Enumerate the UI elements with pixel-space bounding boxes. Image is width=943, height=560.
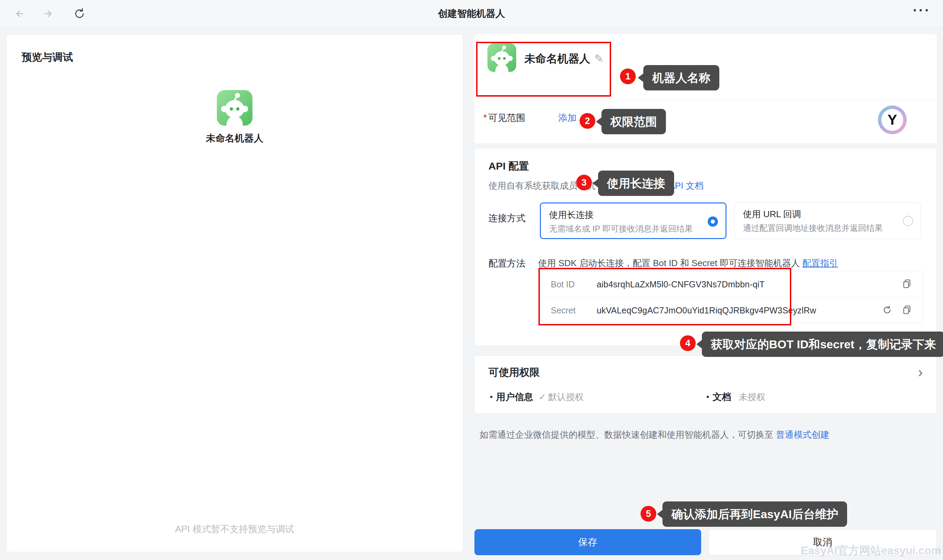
secret-value: ukVALeqC9gAC7JmO0uYid1RiqQJRBkgv4PW3Seyz… — [597, 306, 816, 315]
config-guide-link[interactable]: 配置指引 — [802, 258, 838, 268]
credentials-box: Bot ID aib4srqhLaZxM5l0-CNFGV3Ns7Dmbbn-q… — [541, 271, 923, 323]
bot-id-row: Bot ID aib4srqhLaZxM5l0-CNFGV3Ns7Dmbbn-q… — [541, 271, 923, 297]
brand-logo: Y — [878, 106, 907, 134]
icon-separator — [900, 306, 900, 315]
permission-item-document: • 文档 未授权 — [706, 391, 765, 403]
bullet-icon: • — [490, 392, 492, 402]
config-method-label: 配置方法 — [488, 257, 525, 269]
copy-icon[interactable] — [902, 305, 913, 316]
regenerate-secret-icon[interactable] — [882, 305, 893, 316]
visibility-add-link[interactable]: 添加 — [558, 112, 577, 124]
bot-id-value: aib4srqhLaZxM5l0-CNFGV3Ns7Dmbbn-qiT — [597, 280, 765, 289]
bot-avatar-icon — [217, 90, 252, 126]
switch-mode-link[interactable]: 普通模式创建 — [776, 429, 829, 440]
api-config-card: API 配置 使用自有系统获取成员与机 API 文档 连接方式 使用长连接 无需… — [474, 148, 937, 346]
preview-hint: API 模式暂不支持预览与调试 — [6, 523, 463, 535]
permissions-title: 可使用权限 — [488, 365, 540, 380]
permission-status: 未授权 — [738, 391, 765, 403]
secret-row: Secret ukVALeqC9gAC7JmO0uYid1RiqQJRBkgv4… — [541, 297, 923, 323]
preview-panel: 预览与调试 未命名机器人 API 模式暂不支持预览与调试 — [6, 34, 463, 552]
divider — [474, 100, 937, 100]
annotation-tip-1: 机器人名称 — [643, 65, 719, 91]
permission-name: 用户信息 — [496, 391, 533, 403]
visibility-label: 可见范围 — [488, 112, 525, 124]
annotation-tip-2: 权限范围 — [601, 109, 666, 134]
preview-bot: 未命名机器人 — [6, 90, 463, 145]
config-method-desc: 使用 SDK 启动长连接，配置 Bot ID 和 Secret 即可连接智能机器… — [538, 257, 838, 269]
permission-name: 文档 — [712, 391, 731, 403]
switch-mode-text: 如需通过企业微信提供的模型、数据快速创建和使用智能机器人，可切换至 — [480, 429, 776, 440]
annotation-badge-4: 4 — [680, 335, 696, 351]
config-method-text: 使用 SDK 启动长连接，配置 Bot ID 和 Secret 即可连接智能机器… — [538, 258, 802, 268]
edit-name-icon[interactable]: ✎ — [594, 52, 603, 65]
more-menu-button[interactable]: ··· — [913, 3, 931, 18]
option-title: 使用长连接 — [549, 209, 594, 221]
secret-label: Secret — [551, 306, 575, 315]
annotation-tip-4: 获取对应的BOT ID和secret，复制记录下来 — [702, 332, 943, 357]
annotation-tip-3: 使用长连接 — [598, 171, 674, 196]
bullet-icon: • — [706, 392, 709, 402]
option-title: 使用 URL 回调 — [743, 208, 801, 220]
preview-panel-title: 预览与调试 — [22, 50, 73, 65]
annotation-badge-5: 5 — [640, 506, 656, 522]
check-icon: ✓ — [538, 392, 546, 402]
chevron-right-icon[interactable]: › — [918, 364, 923, 380]
option-desc: 无需域名或 IP 即可接收消息并返回结果 — [549, 223, 693, 234]
preview-bot-name: 未命名机器人 — [206, 132, 263, 145]
option-url-callback[interactable]: 使用 URL 回调 通过配置回调地址接收消息并返回结果 — [734, 202, 921, 239]
copy-icon[interactable] — [902, 279, 913, 290]
watermark: EasyAI官方网站easyui.com — [801, 543, 941, 558]
save-button[interactable]: 保存 — [474, 529, 701, 555]
topbar: 创建智能机器人 ··· — [0, 0, 943, 28]
api-doc-link[interactable]: API 文档 — [669, 180, 703, 192]
permission-item-user-info: • 用户信息 ✓ 默认授权 — [490, 391, 584, 403]
switch-mode-row: 如需通过企业微信提供的模型、数据快速创建和使用智能机器人，可切换至 普通模式创建 — [480, 429, 829, 441]
api-config-title: API 配置 — [488, 159, 529, 173]
create-bot-window: 创建智能机器人 ··· 预览与调试 未命名机器人 API 模式暂不支持预览与调试 — [0, 0, 943, 560]
connection-type-label: 连接方式 — [488, 212, 525, 225]
visibility-row: * 可见范围 添加 — [483, 112, 577, 124]
bot-id-label: Bot ID — [551, 280, 574, 289]
annotation-badge-1: 1 — [620, 69, 636, 84]
required-mark: * — [483, 113, 487, 123]
brand-glyph: Y — [888, 112, 897, 128]
radio-selected[interactable] — [708, 217, 718, 227]
bot-name: 未命名机器人 — [525, 51, 590, 66]
radio-unselected[interactable] — [903, 216, 913, 226]
annotation-badge-3: 3 — [576, 175, 592, 191]
permissions-card: 可使用权限 › • 用户信息 ✓ 默认授权 • 文档 未授权 — [474, 355, 937, 414]
permission-status: 默认授权 — [548, 391, 584, 403]
option-long-connection[interactable]: 使用长连接 无需域名或 IP 即可接收消息并返回结果 — [540, 202, 726, 239]
annotation-badge-2: 2 — [580, 113, 595, 129]
option-desc: 通过配置回调地址接收消息并返回结果 — [743, 223, 883, 234]
brand-logo-inner: Y — [881, 109, 903, 131]
annotation-tip-5: 确认添加后再到EasyAI后台维护 — [663, 502, 847, 527]
bot-avatar-icon — [488, 43, 516, 72]
page-title: 创建智能机器人 — [0, 0, 943, 28]
